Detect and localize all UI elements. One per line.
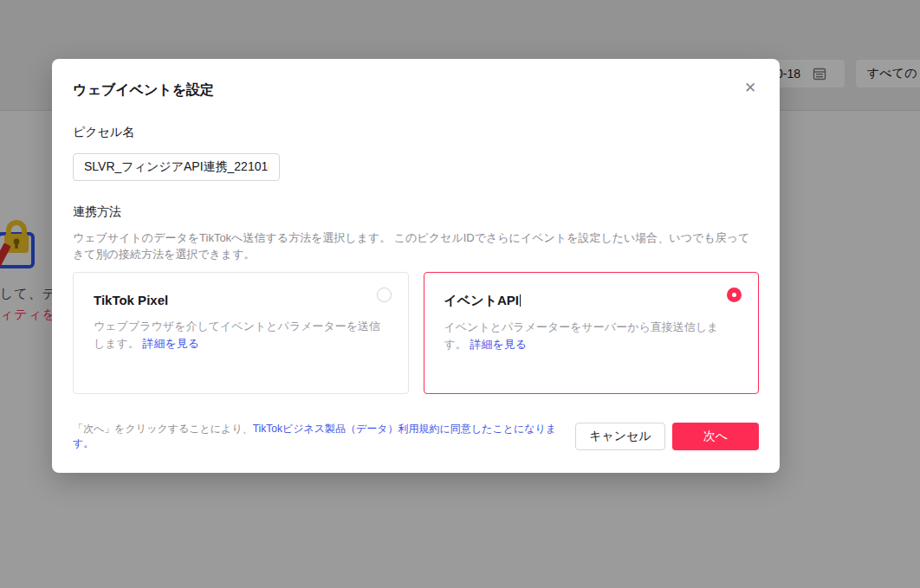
option-description: ウェブブラウザを介してイベントとパラメーターを送信します。 詳細を見る (94, 318, 388, 352)
modal-footer: 「次へ」をクリックすることにより、TikTokビジネス製品（データ）利用規約に同… (73, 422, 759, 451)
connection-method-description: ウェブサイトのデータをTikTokへ送信する方法を選択します。 このピクセルID… (73, 229, 759, 262)
option-description: イベントとパラメーターをサーバーから直接送信します。 詳細を見る (444, 319, 739, 353)
pixel-name-label: ピクセル名 (73, 125, 759, 140)
option-title: TikTok Pixel (94, 293, 168, 307)
cancel-button[interactable]: キャンセル (575, 423, 665, 450)
option-card-tiktok-pixel[interactable]: TikTok Pixel ウェブブラウザを介してイベントとパラメーターを送信しま… (73, 272, 409, 394)
next-button[interactable]: 次へ (672, 423, 759, 450)
option-title: イベントAPI (444, 293, 519, 309)
radio-selected-icon[interactable] (727, 288, 742, 302)
text-cursor (520, 294, 521, 307)
pixel-name-input[interactable] (73, 153, 280, 181)
setup-web-events-modal: ウェブイベントを設定 ✕ ピクセル名 連携方法 ウェブサイトのデータをTikTo… (52, 59, 780, 473)
method-options: TikTok Pixel ウェブブラウザを介してイベントとパラメーターを送信しま… (73, 272, 759, 394)
close-icon[interactable]: ✕ (742, 80, 759, 97)
radio-unselected-icon[interactable] (377, 288, 392, 302)
option-card-events-api[interactable]: イベントAPI イベントとパラメーターをサーバーから直接送信します。 詳細を見る (424, 272, 760, 394)
learn-more-link[interactable]: 詳細を見る (470, 338, 527, 351)
terms-text: 「次へ」をクリックすることにより、TikTokビジネス製品（データ）利用規約に同… (73, 422, 575, 451)
modal-title: ウェブイベントを設定 (73, 80, 759, 100)
connection-method-label: 連携方法 (73, 204, 759, 220)
learn-more-link[interactable]: 詳細を見る (143, 337, 200, 350)
